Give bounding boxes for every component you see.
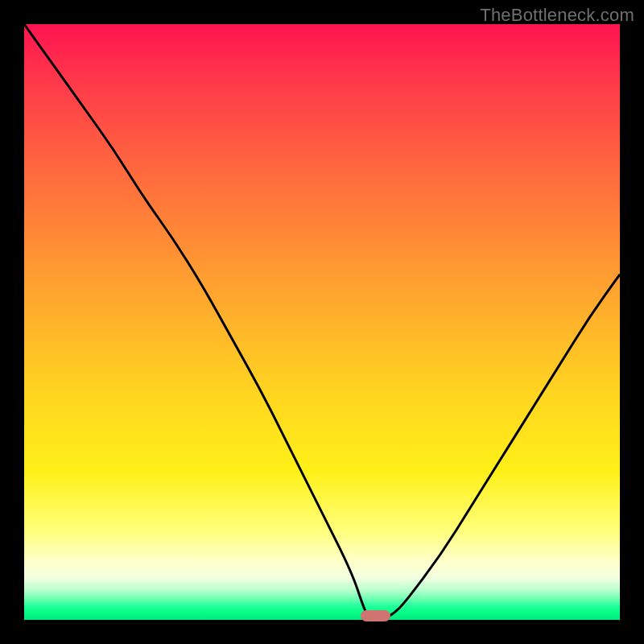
watermark-text: TheBottleneck.com: [480, 5, 634, 26]
bottleneck-curve: [24, 24, 620, 620]
chart-frame: TheBottleneck.com: [0, 0, 644, 644]
optimum-marker: [361, 610, 390, 621]
plot-area: [24, 24, 620, 620]
